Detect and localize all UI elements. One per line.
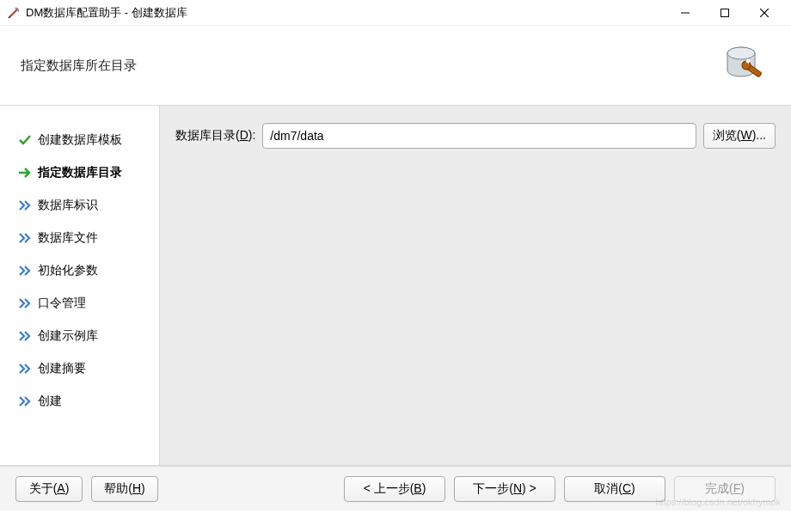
step-label: 创建数据库模板 — [38, 132, 122, 148]
app-icon — [7, 6, 21, 20]
main-panel: 数据库目录(D): 浏览(W)... — [160, 106, 791, 465]
double-chevron-icon — [17, 265, 33, 277]
step-database-files[interactable]: 数据库文件 — [17, 226, 152, 250]
step-label: 指定数据库目录 — [38, 165, 122, 180]
header: 指定数据库所在目录 — [0, 26, 791, 105]
step-specify-directory[interactable]: 指定数据库目录 — [17, 161, 152, 185]
body: 创建数据库模板 指定数据库目录 数据库标识 数据库文件 初始化参数 — [0, 106, 791, 465]
about-button[interactable]: 关于(A) — [15, 476, 83, 502]
btn-suffix: ) — [65, 481, 70, 495]
back-button[interactable]: < 上一步(B) — [344, 476, 445, 502]
close-button[interactable] — [745, 0, 784, 26]
btn-hotkey: F — [733, 481, 741, 495]
step-label: 数据库文件 — [38, 230, 98, 246]
btn-hotkey: H — [132, 481, 141, 495]
window-title: DM数据库配置助手 - 创建数据库 — [26, 5, 665, 21]
step-create[interactable]: 创建 — [17, 389, 152, 413]
step-label: 创建 — [38, 394, 62, 409]
maximize-button[interactable] — [705, 0, 745, 26]
step-create-template[interactable]: 创建数据库模板 — [17, 128, 152, 152]
step-password-management[interactable]: 口令管理 — [17, 291, 152, 315]
finish-button: 完成(F) — [674, 476, 776, 502]
btn-prefix: 帮助( — [104, 481, 132, 495]
double-chevron-icon — [17, 363, 33, 375]
btn-suffix: ) — [422, 481, 426, 495]
steps-sidebar: 创建数据库模板 指定数据库目录 数据库标识 数据库文件 初始化参数 — [0, 106, 160, 465]
label-suffix: ): — [248, 128, 256, 142]
step-label: 数据库标识 — [38, 198, 98, 213]
window-controls — [665, 0, 784, 26]
step-label: 口令管理 — [38, 296, 86, 311]
btn-hotkey: N — [513, 481, 522, 495]
cancel-button[interactable]: 取消(C) — [564, 476, 665, 502]
step-init-params[interactable]: 初始化参数 — [17, 259, 152, 283]
btn-prefix: 下一步( — [473, 481, 513, 495]
btn-suffix: ) > — [522, 481, 537, 495]
double-chevron-icon — [17, 199, 33, 211]
minimize-button[interactable] — [665, 0, 705, 26]
browse-button[interactable]: 浏览(W)... — [703, 123, 776, 149]
step-label: 初始化参数 — [38, 263, 98, 278]
next-button[interactable]: 下一步(N) > — [454, 476, 555, 502]
svg-rect-1 — [721, 9, 729, 16]
step-database-identifier[interactable]: 数据库标识 — [17, 193, 152, 217]
step-label: 创建示例库 — [38, 328, 98, 344]
btn-hotkey: A — [57, 481, 64, 495]
help-button[interactable]: 帮助(H) — [91, 476, 158, 502]
step-create-sample[interactable]: 创建示例库 — [17, 324, 152, 348]
directory-row: 数据库目录(D): 浏览(W)... — [175, 123, 776, 149]
checkmark-icon — [17, 134, 33, 146]
database-wrench-icon — [722, 41, 770, 89]
btn-hotkey: W — [740, 128, 751, 142]
label-prefix: 数据库目录( — [175, 128, 240, 142]
btn-suffix: )... — [752, 128, 766, 142]
directory-input[interactable] — [262, 123, 696, 149]
svg-point-5 — [727, 47, 755, 59]
footer: 关于(A) 帮助(H) < 上一步(B) 下一步(N) > 取消(C) 完成(F… — [0, 466, 791, 511]
btn-suffix: ) — [631, 481, 635, 495]
btn-prefix: 取消( — [594, 481, 622, 495]
label-hotkey: D — [240, 128, 248, 142]
btn-hotkey: C — [622, 481, 631, 495]
btn-prefix: < 上一步( — [364, 481, 414, 495]
btn-suffix: ) — [740, 481, 745, 495]
btn-hotkey: B — [414, 481, 421, 495]
double-chevron-icon — [17, 395, 33, 407]
arrow-right-icon — [17, 167, 33, 179]
btn-prefix: 完成( — [705, 481, 733, 495]
btn-suffix: ) — [141, 481, 145, 495]
double-chevron-icon — [17, 232, 33, 244]
double-chevron-icon — [17, 297, 33, 309]
step-label: 创建摘要 — [38, 361, 86, 376]
page-title: 指定数据库所在目录 — [21, 58, 137, 74]
double-chevron-icon — [17, 330, 33, 342]
titlebar: DM数据库配置助手 - 创建数据库 — [0, 0, 791, 26]
btn-prefix: 浏览( — [713, 128, 741, 142]
btn-prefix: 关于( — [29, 481, 58, 495]
step-create-summary[interactable]: 创建摘要 — [17, 357, 152, 381]
directory-label: 数据库目录(D): — [175, 128, 255, 144]
